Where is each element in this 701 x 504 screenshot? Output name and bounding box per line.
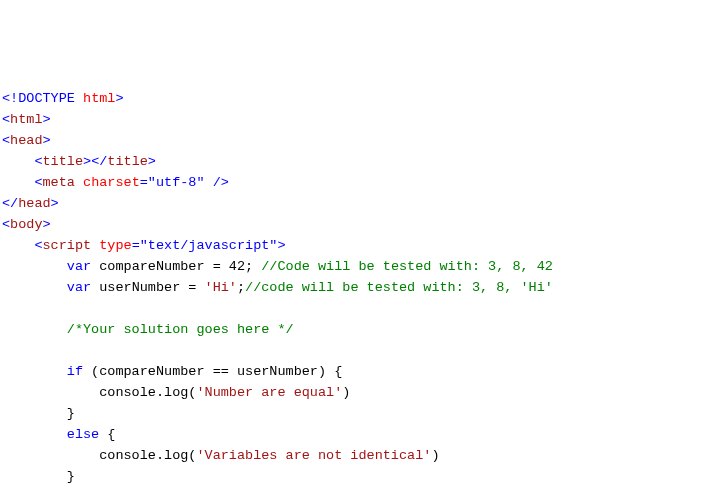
code-token: <: [2, 217, 10, 232]
code-line: [2, 298, 699, 319]
code-line: <title></title>: [2, 151, 699, 172]
code-line: var compareNumber = 42; //Code will be t…: [2, 256, 699, 277]
code-line: else {: [2, 424, 699, 445]
code-token: /*Your solution goes here */: [67, 322, 294, 337]
code-token: <!: [2, 91, 18, 106]
code-token: />: [205, 175, 229, 190]
code-token: [2, 280, 67, 295]
code-token: userNumber =: [91, 280, 204, 295]
code-token: ></: [83, 154, 107, 169]
code-token: compareNumber = 42;: [91, 259, 261, 274]
code-token: [2, 427, 67, 442]
code-token: }: [2, 406, 75, 421]
code-token: [2, 175, 34, 190]
code-line: </head>: [2, 193, 699, 214]
code-token: title: [107, 154, 148, 169]
code-line: [2, 340, 699, 361]
code-token: ;: [237, 280, 245, 295]
code-line: }: [2, 403, 699, 424]
code-token: [2, 154, 34, 169]
code-line: <meta charset="utf-8" />: [2, 172, 699, 193]
code-line: <body>: [2, 214, 699, 235]
code-token: meta: [43, 175, 75, 190]
code-line: <!DOCTYPE html>: [2, 88, 699, 109]
code-line: [2, 487, 699, 504]
code-line: <script type="text/javascript">: [2, 235, 699, 256]
code-token: >: [43, 112, 51, 127]
code-token: ="text/javascript": [132, 238, 278, 253]
code-token: [2, 301, 10, 316]
code-token: head: [18, 196, 50, 211]
code-line: /*Your solution goes here */: [2, 319, 699, 340]
code-token: if: [67, 364, 83, 379]
code-token: ): [342, 385, 350, 400]
code-token: //code will be tested with: 3, 8, 'Hi': [245, 280, 553, 295]
code-token: title: [43, 154, 84, 169]
code-token: html: [10, 112, 42, 127]
code-token: [2, 322, 67, 337]
code-token: [2, 259, 67, 274]
code-token: else: [67, 427, 99, 442]
code-token: ): [431, 448, 439, 463]
code-line: console.log('Number are equal'): [2, 382, 699, 403]
code-token: //Code will be tested with: 3, 8, 42: [261, 259, 553, 274]
code-token: charset: [83, 175, 140, 190]
code-token: [75, 91, 83, 106]
code-token: ="utf-8": [140, 175, 205, 190]
code-token: head: [10, 133, 42, 148]
code-token: >: [51, 196, 59, 211]
code-token: >: [277, 238, 285, 253]
code-token: <: [34, 175, 42, 190]
code-token: console.log(: [2, 448, 196, 463]
code-token: type: [99, 238, 131, 253]
code-line: if (compareNumber == userNumber) {: [2, 361, 699, 382]
code-token: <: [2, 133, 10, 148]
code-token: (compareNumber == userNumber) {: [83, 364, 342, 379]
code-token: [2, 238, 34, 253]
code-token: script: [43, 238, 92, 253]
code-token: 'Variables are not identical': [196, 448, 431, 463]
code-token: 'Number are equal': [196, 385, 342, 400]
code-snippet: <!DOCTYPE html><html><head> <title></tit…: [2, 88, 699, 504]
code-token: }: [2, 469, 75, 484]
code-token: 'Hi': [205, 280, 237, 295]
code-token: >: [43, 133, 51, 148]
code-token: >: [148, 154, 156, 169]
code-token: >: [115, 91, 123, 106]
code-token: var: [67, 280, 91, 295]
code-token: <: [34, 154, 42, 169]
code-token: {: [99, 427, 115, 442]
code-token: <: [2, 112, 10, 127]
code-token: [2, 343, 10, 358]
code-token: [2, 364, 67, 379]
code-token: [2, 490, 10, 504]
code-line: <html>: [2, 109, 699, 130]
code-token: >: [43, 217, 51, 232]
code-line: var userNumber = 'Hi';//code will be tes…: [2, 277, 699, 298]
code-token: console.log(: [2, 385, 196, 400]
code-token: DOCTYPE: [18, 91, 75, 106]
code-line: console.log('Variables are not identical…: [2, 445, 699, 466]
code-token: </: [2, 196, 18, 211]
code-token: body: [10, 217, 42, 232]
code-line: }: [2, 466, 699, 487]
code-token: var: [67, 259, 91, 274]
code-token: <: [34, 238, 42, 253]
code-line: <head>: [2, 130, 699, 151]
code-token: html: [83, 91, 115, 106]
code-token: [75, 175, 83, 190]
